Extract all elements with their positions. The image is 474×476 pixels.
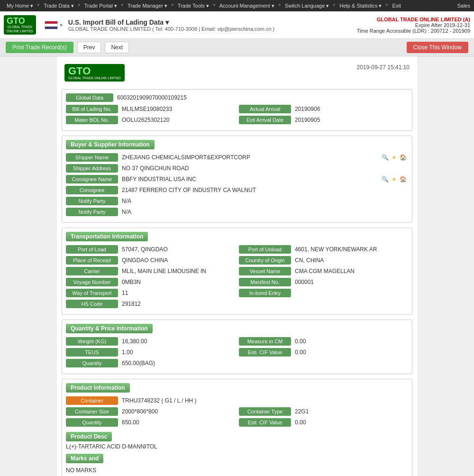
consignee-home-icon[interactable]: 🏠 bbox=[400, 176, 407, 183]
record-timestamp: 2019-09-27 15:41:10 bbox=[357, 64, 410, 71]
shipper-home-icon[interactable]: 🏠 bbox=[400, 154, 407, 161]
bol-arrival-row: Bill of Lading No. MLILMSE19080233 Actua… bbox=[66, 105, 408, 113]
hs-code-value: 291812 bbox=[122, 301, 408, 307]
flag-area: ▾ bbox=[45, 21, 63, 29]
carrier-value: MLIL, MAIN LINE LIMOUSINE IN bbox=[122, 268, 235, 275]
shipper-name-label: Shipper Name bbox=[66, 153, 118, 162]
quantity-price-section: Quantity & Price Information Weight (KG)… bbox=[62, 320, 412, 374]
weight-measure-row: Weight (KG) 16,380.00 Measure in CM 0.00 bbox=[66, 337, 408, 346]
port-of-unload-label: Port of Unload bbox=[239, 245, 291, 254]
esti-cif-group: Esti. CIF Value 0.00 bbox=[239, 348, 408, 357]
quantity-price-title: Quantity & Price Information bbox=[66, 324, 153, 333]
consignee-search-icon[interactable]: 🔍 bbox=[382, 176, 389, 183]
way-of-transport-label: Way of Transport bbox=[66, 289, 118, 297]
mater-bol-group: Mater BOL No. OOLU2625302120 bbox=[66, 116, 235, 124]
product-desc-label: Product Desc bbox=[66, 432, 112, 441]
prev-button-top[interactable]: Prev bbox=[77, 42, 101, 53]
container-size-group: Container Size 2000*806*800 bbox=[66, 407, 235, 416]
shipper-name-row: Shipper Name ZHEJIANG CHEMICALSIMPORT&EX… bbox=[66, 153, 408, 162]
esti-arrival-label: Esti Arrival Date bbox=[239, 116, 291, 124]
weight-value: 16,380.00 bbox=[122, 338, 235, 345]
bol-no-label: Bill of Lading No. bbox=[66, 105, 118, 113]
way-of-transport-value: 11 bbox=[122, 290, 235, 296]
shipper-star-icon[interactable]: ★ bbox=[392, 154, 397, 161]
consignee-name-row: Consignee Name BBFY INDUSTRIAL USA INC 🔍… bbox=[66, 175, 408, 183]
mater-bol-label: Mater BOL No. bbox=[66, 116, 118, 124]
port-of-unload-group: Port of Unload 4601, NEW YORK/NEWARK AR bbox=[239, 245, 408, 254]
manifest-no-value: 000001 bbox=[295, 279, 408, 285]
nav-myhome[interactable]: My Home ▾ bbox=[4, 2, 36, 10]
consignee-icons: 🔍 ★ 🏠 bbox=[380, 176, 408, 183]
consignee-value: 21487 FERRERO CITY OF INDUSTRY CA WALNUT bbox=[122, 187, 408, 193]
measure-cm-value: 0.00 bbox=[295, 338, 408, 345]
company-name: GLOBAL TRADE ONLINE LIMITED (A) bbox=[357, 17, 470, 22]
teus-cif-row: TEUS 1.00 Esti. CIF Value 0.00 bbox=[66, 348, 408, 357]
voyage-manifest-row: Voyage Number 0MB3N Manifest No. 000001 bbox=[66, 278, 408, 286]
record-logo-sub: GLOBAL TRADE ONLINE LIMITED bbox=[68, 76, 121, 80]
actual-arrival-group: Actual Arrival 20190906 bbox=[239, 105, 408, 113]
product-qty-cif-row: Quantity 650.00 Esti. CIF Value 0.00 bbox=[66, 418, 408, 427]
port-of-unload-value: 4601, NEW YORK/NEWARK AR bbox=[295, 246, 408, 253]
next-button-top[interactable]: Next bbox=[105, 42, 129, 53]
actual-arrival-label: Actual Arrival bbox=[239, 105, 291, 113]
container-type-label: Container Type bbox=[239, 407, 291, 416]
product-info-title: Product Information bbox=[66, 383, 130, 393]
logo-area: GTO GLOBAL TRADEONLINE LIMITED bbox=[4, 15, 39, 35]
nav-sales: Sales bbox=[457, 3, 470, 9]
close-button-top[interactable]: Close This Window bbox=[407, 42, 468, 53]
product-qty-group: Quantity 650.00 bbox=[66, 418, 235, 427]
nav-tradedata[interactable]: Trade Data ▾ bbox=[41, 2, 77, 10]
teus-group: TEUS 1.00 bbox=[66, 348, 235, 357]
logo: GTO GLOBAL TRADEONLINE LIMITED bbox=[4, 15, 36, 35]
esti-arrival-group: Esti Arrival Date 20190905 bbox=[239, 116, 408, 124]
carrier-vessel-row: Carrier MLIL, MAIN LINE LIMOUSINE IN Ves… bbox=[66, 267, 408, 275]
record-logo-text: GTO bbox=[68, 66, 121, 76]
in-bond-entry-group: In-bond Entry bbox=[239, 289, 408, 297]
header: GTO GLOBAL TRADEONLINE LIMITED ▾ U.S. Im… bbox=[0, 11, 474, 39]
action-bar-top: Print Trade Record(s) Prev Next Close Th… bbox=[0, 39, 474, 56]
shipper-search-icon[interactable]: 🔍 bbox=[382, 154, 389, 161]
vessel-name-group: Vessel Name CMA CGM MAGELLAN bbox=[239, 267, 408, 275]
port-of-load-group: Port of Load 57047, QINGDAO bbox=[66, 245, 235, 254]
global-data-value: 6003201909070000109215 bbox=[117, 94, 408, 101]
nav-exit[interactable]: Exit bbox=[389, 2, 403, 10]
consignee-star-icon[interactable]: ★ bbox=[392, 176, 397, 183]
nav-trademanager[interactable]: Trade Manager ▾ bbox=[125, 2, 170, 10]
print-button-top[interactable]: Print Trade Record(s) bbox=[6, 42, 73, 53]
container-size-value: 2000*806*800 bbox=[122, 408, 235, 415]
product-desc-value: L(+)-TARTARIC ACID D-MANNITOL bbox=[66, 443, 408, 450]
marks-value: NO MARKS bbox=[66, 467, 408, 474]
header-info: U.S. Import Bill of Lading Data ▾ GLOBAL… bbox=[68, 18, 275, 32]
buyer-supplier-title: Buyer & Supplier Information bbox=[66, 140, 155, 149]
quantity-row: Quantity 650.00(BAG) bbox=[66, 359, 408, 367]
hs-code-row: HS Code 291812 bbox=[66, 300, 408, 308]
weight-group: Weight (KG) 16,380.00 bbox=[66, 337, 235, 346]
measure-cm-group: Measure in CM 0.00 bbox=[239, 337, 408, 346]
product-qty-value: 650.00 bbox=[122, 419, 235, 426]
nav-accountmgmt[interactable]: Account Management ▾ bbox=[217, 2, 277, 10]
way-of-transport-group: Way of Transport 11 bbox=[66, 289, 235, 297]
mater-bol-value: OOLU2625302120 bbox=[122, 117, 235, 123]
nav-tradeportal[interactable]: Trade Portal ▾ bbox=[82, 2, 120, 10]
carrier-group: Carrier MLIL, MAIN LINE LIMOUSINE IN bbox=[66, 267, 235, 275]
container-type-value: 22G1 bbox=[295, 408, 408, 415]
global-data-label: Global Data bbox=[66, 93, 113, 102]
notify-party-label1: Notify Party bbox=[66, 197, 118, 205]
nav-tradetools[interactable]: Trade Tools ▾ bbox=[175, 2, 212, 10]
nav-menu: My Home ▾ ▾ Trade Data ▾ ▾ Trade Portal … bbox=[4, 2, 404, 10]
global-data-row: Global Data 6003201909070000109215 bbox=[66, 93, 408, 102]
container-type-group: Container Type 22G1 bbox=[239, 407, 408, 416]
marks-section: Marks and NO MARKS bbox=[66, 452, 408, 474]
port-of-load-label: Port of Load bbox=[66, 245, 118, 254]
shipper-address-label: Shipper Address bbox=[66, 164, 118, 173]
carrier-label: Carrier bbox=[66, 267, 118, 275]
nav-switchlang[interactable]: Switch Language ▾ bbox=[282, 2, 332, 10]
product-cif-label: Esti. CIF Value bbox=[239, 418, 291, 427]
nav-helpstats[interactable]: Help & Statistics ▾ bbox=[337, 2, 384, 10]
place-of-receipt-group: Place of Receipt QINGDAO CHINA bbox=[66, 256, 235, 265]
quantity-label: Quantity bbox=[66, 359, 118, 367]
buyer-supplier-section: Buyer & Supplier Information Shipper Nam… bbox=[62, 136, 412, 223]
header-right: GLOBAL TRADE ONLINE LIMITED (A) Expire A… bbox=[357, 17, 470, 34]
consignee-label: Consignee bbox=[66, 186, 118, 194]
place-of-receipt-value: QINGDAO CHINA bbox=[122, 257, 235, 264]
